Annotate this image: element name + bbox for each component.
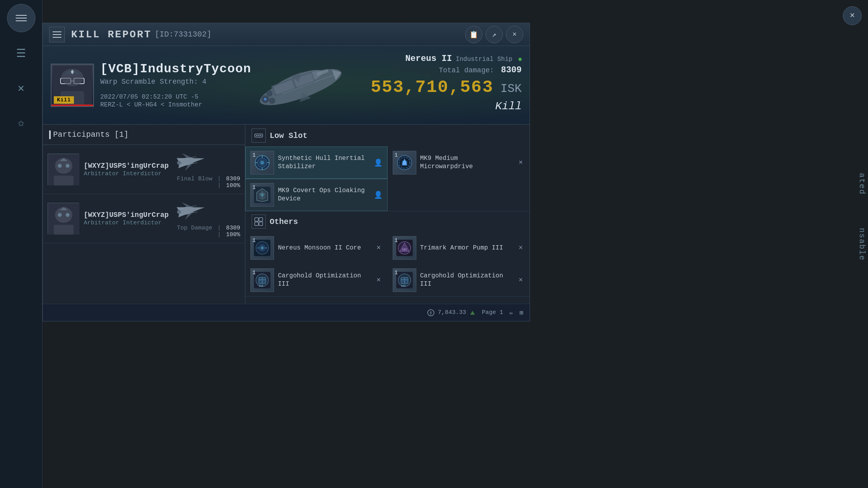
module-item-cloak[interactable]: 1 MK9 Covert Ops Cloaking [245,179,388,211]
module-item-trimark[interactable]: 1 Trimark Armor Pump III [388,232,530,264]
svg-point-71 [261,193,264,196]
module-person-icon-1: 👤 [374,158,383,167]
filter-icon[interactable]: ⊞ [519,309,523,317]
participant-item-2[interactable]: [WXYZ]USPS'ingUrCrap Arbitrator Interdic… [43,194,245,243]
others-header: Others [245,211,530,232]
svg-marker-34 [182,152,190,158]
others-icon-svg [254,217,263,226]
synthetic-icon-svg [254,154,270,171]
module-item-synthetic-hull[interactable]: 1 Synthet [245,147,388,179]
participants-header: Participants [1] [43,125,245,145]
coin-icon: ₿ [427,309,435,317]
top-close-button[interactable]: × [843,6,862,25]
p2-stats: Top Damage | 8309 | 100% [173,225,240,238]
isk-label: ISK [500,82,522,95]
cloak-icon-svg [254,187,270,203]
sidebar-icon-menu[interactable]: ☰ [8,40,35,67]
svg-point-28 [66,164,70,168]
window-bottom-bar: ₿ 7,843.33 Page 1 ✏ ⊞ [43,304,530,321]
p1-avatar-svg [48,154,79,185]
module-remove-mwd[interactable]: × [517,157,524,168]
module-item-mwd[interactable]: 1 MK9 Medium Microwarpdrive × [388,147,530,179]
participants-panel: Participants [1] [WXYZ]USPS'ingUrCrap [43,125,245,304]
export-button[interactable]: ↗ [485,26,503,43]
module-name-core: Nereus Monsoon II Core [278,244,371,252]
module-count-core: 1 [252,237,256,244]
modules-panel: Low Slot 1 [245,125,530,304]
svg-rect-82 [265,247,267,249]
svg-point-80 [261,247,263,249]
module-name-cargo-2: Cargohold Optimization III [420,272,513,288]
module-name-cloak: MK9 Covert Ops Cloaking Device [278,187,370,203]
left-sidebar: ☰ ✕ ✩ [0,0,42,488]
ship-name: Nereus II [405,54,452,64]
module-count-cloak: 1 [252,184,256,191]
participant-info-2: [WXYZ]USPS'ingUrCrap Arbitrator Interdic… [84,211,169,226]
module-remove-trimark[interactable]: × [517,242,524,253]
p2-avatar-svg [48,203,79,235]
svg-rect-75 [259,222,263,226]
title-bar-indicator [49,130,51,139]
svg-rect-52 [260,135,261,136]
svg-rect-74 [255,222,258,226]
others-icon [252,215,266,229]
low-slot-header: Low Slot [245,125,530,147]
pilot-avatar: Kill [51,64,94,107]
close-button[interactable]: × [506,26,523,43]
p2-name: [WXYZ]USPS'ingUrCrap [84,211,169,219]
p2-ship-svg [173,199,209,220]
others-modules: 1 Nereus [245,232,530,296]
module-name-mwd: MK9 Medium Microwarpdrive [420,154,513,171]
p1-ship-svg [173,150,209,171]
module-count-cargo-2: 1 [395,270,398,276]
module-name-cargo-1: Cargohold Optimization III [278,272,371,288]
svg-rect-25 [54,176,74,185]
svg-point-65 [403,161,406,165]
copy-button[interactable]: 📋 [465,26,482,43]
others-section: Others 1 [245,211,530,297]
low-slot-icon [252,128,266,143]
edit-icon[interactable]: ✏ [509,309,513,317]
module-count-trimark: 1 [395,237,398,244]
menu-line-1 [16,15,27,16]
module-name-synthetic: Synthetic Hull Inertial Stabilizer [278,154,370,171]
svg-point-40 [58,213,62,217]
svg-rect-73 [259,218,263,221]
main-window: KILL REPORT [ID:7331302] 📋 ↗ × [42,23,530,321]
title-menu-button[interactable] [49,27,65,42]
p1-name: [WXYZ]USPS'ingUrCrap [84,162,169,170]
sidebar-menu-button[interactable] [7,4,35,32]
p2-ship: Arbitrator Interdictor [84,220,169,226]
low-slot-section: Low Slot 1 [245,125,530,211]
low-slot-svg [254,131,263,140]
svg-rect-81 [257,247,259,249]
module-remove-cargo-2[interactable]: × [517,275,524,286]
svg-rect-50 [256,135,257,136]
module-item-cargo-1[interactable]: 1 [245,264,388,296]
ship-svg [233,52,367,119]
right-edge-text-2: ated [857,173,866,195]
red-indicator [51,105,93,106]
svg-point-56 [261,161,264,164]
right-edge-text: nsable [857,228,866,261]
title-menu-line-1 [53,31,61,32]
module-remove-core[interactable]: × [375,242,383,253]
p1-ship: Arbitrator Interdictor [84,171,169,177]
sidebar-icon-close[interactable]: ✕ [8,75,35,101]
title-bar: KILL REPORT [ID:7331302] 📋 ↗ × [43,23,530,46]
isk-value: 553,710,563 [371,77,493,97]
sidebar-icon-star[interactable]: ✩ [8,109,35,136]
participant-item[interactable]: [WXYZ]USPS'ingUrCrap Arbitrator Interdic… [43,145,245,194]
module-remove-cargo-1[interactable]: × [375,275,383,286]
others-title: Others [270,217,298,226]
module-count-mwd: 1 [395,152,398,158]
ship-info-line: Nereus II Industrial Ship [371,54,522,64]
module-icon-cloak: 1 [250,183,274,207]
module-icon-core: 1 [250,236,274,260]
p2-percent: 100% [226,231,240,238]
title-menu-line-2 [53,34,61,35]
low-slot-modules: 1 Synthet [245,147,530,211]
module-name-trimark: Trimark Armor Pump III [420,244,513,252]
module-item-core[interactable]: 1 Nereus [245,232,388,264]
module-item-cargo-2[interactable]: 1 Cargoho [388,264,530,296]
